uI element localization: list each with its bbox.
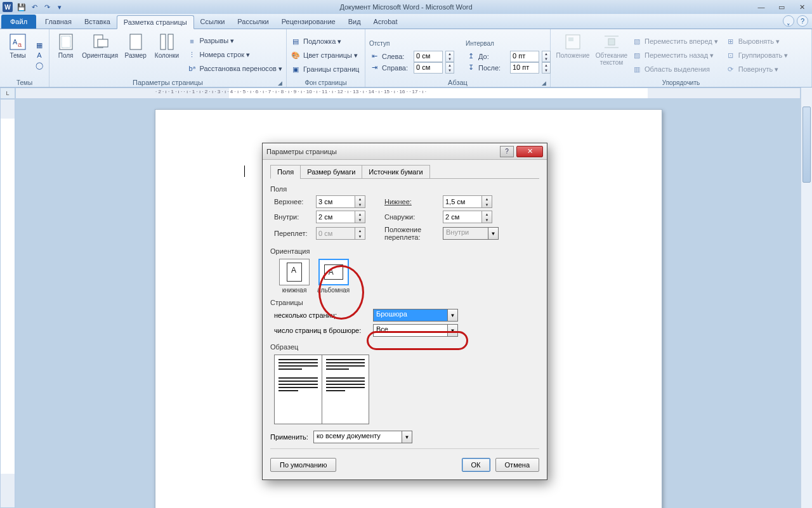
theme-effects-icon[interactable]: ◯ [34,60,44,70]
group-icon: ⊡ [726,50,736,60]
send-backward-button[interactable]: ▨Переместить назад ▾ [632,48,718,62]
space-after-icon: ↧ [466,63,476,73]
orientation-landscape[interactable]: альбомная [317,259,350,294]
multiple-pages-dropdown-icon[interactable]: ▼ [448,309,458,322]
indent-left-spinner[interactable]: ▲▼ [445,51,454,62]
page-borders-button[interactable]: ▣Границы страниц [291,62,359,76]
space-before-input[interactable]: 0 пт [510,51,539,62]
space-after-input[interactable]: 10 пт [510,62,539,74]
orientation-button[interactable]: Ориентация [81,32,119,78]
watermark-icon: ▤ [291,36,301,46]
selection-pane-button[interactable]: ▥Область выделения [632,62,718,76]
paragraph-launcher-icon[interactable]: ◢ [542,80,546,86]
breaks-button[interactable]: ≡Разрывы ▾ [187,34,282,48]
page-setup-launcher-icon[interactable]: ◢ [278,80,282,86]
borders-icon: ▣ [291,64,301,74]
inside-margin-input[interactable] [316,211,355,223]
undo-icon[interactable]: ↶ [29,2,39,12]
apply-to-dropdown-icon[interactable]: ▼ [402,431,412,443]
align-icon: ⊞ [726,36,736,46]
dialog-tab-paper[interactable]: Размер бумаги [300,165,362,179]
save-icon[interactable]: 💾 [16,2,27,12]
cancel-button[interactable]: Отмена [495,458,539,472]
sheets-per-booklet-select[interactable]: Все [373,324,448,337]
top-margin-input[interactable] [316,195,355,208]
sheets-per-booklet-dropdown-icon[interactable]: ▼ [448,324,458,337]
quick-access-toolbar: 💾 ↶ ↷ ▾ [16,2,65,12]
top-margin-spinner[interactable]: ▲▼ [355,195,365,208]
multiple-pages-select[interactable]: Брошюра [373,309,448,322]
rotate-button[interactable]: ⟳Повернуть ▾ [726,62,789,76]
tab-insert[interactable]: Вставка [78,15,117,29]
dialog-tab-source[interactable]: Источник бумаги [362,165,429,179]
ok-button[interactable]: ОК [462,458,490,472]
dialog-tab-margins[interactable]: Поля [270,165,301,179]
dialog-titlebar[interactable]: Параметры страницы ? ✕ [263,143,547,160]
line-numbers-button[interactable]: ⋮Номера строк ▾ [187,48,282,62]
bring-forward-icon: ▧ [632,36,642,46]
minimize-ribbon-icon[interactable]: ˬ [783,15,794,27]
inside-margin-spinner[interactable]: ▲▼ [355,211,365,223]
orientation-portrait[interactable]: книжная [279,259,310,294]
indent-header: Отступ [369,37,454,51]
redo-icon[interactable]: ↷ [42,2,52,12]
align-button[interactable]: ⊞Выровнять ▾ [726,34,789,48]
vertical-ruler[interactable] [0,99,15,508]
group-button[interactable]: ⊡Группировать ▾ [726,48,789,62]
group-page-setup-title: Параметры страницы◢ [53,78,282,87]
bottom-margin-input[interactable] [443,195,482,208]
space-after-spinner[interactable]: ▲▼ [542,62,551,74]
vertical-scrollbar[interactable] [801,88,812,508]
help-icon[interactable]: ? [797,15,808,27]
minimize-icon[interactable]: — [754,3,769,11]
space-before-spinner[interactable]: ▲▼ [542,51,551,62]
outside-margin-input[interactable] [443,211,482,223]
close-icon[interactable]: ✕ [794,3,809,11]
tab-references[interactable]: Ссылки [194,15,232,29]
scrollbar-thumb[interactable] [802,107,811,183]
theme-colors-icon[interactable]: ▦ [34,40,44,50]
tab-home[interactable]: Главная [39,15,78,29]
apply-to-label: Применить: [270,433,308,441]
landscape-icon [318,259,349,285]
position-button[interactable]: Положение [554,32,591,79]
pages-section-label: Страницы [270,299,539,306]
maximize-icon[interactable]: ▭ [774,3,789,11]
svg-text:A: A [13,38,18,46]
tab-acrobat[interactable]: Acrobat [367,15,404,29]
apply-to-select[interactable]: ко всему документу [313,431,402,443]
default-button[interactable]: По умолчанию [270,458,336,472]
group-page-bg-title: Фон страницы [291,79,361,87]
dialog-close-icon[interactable]: ✕ [516,146,543,157]
group-arrange-title: Упорядочить [554,79,808,87]
indent-right-icon: ⇥ [369,63,379,73]
hyphenation-icon: bᵃ [187,64,197,74]
horizontal-ruler[interactable]: · 2 · ı · 1 · ı · · ı · 1 · ı · 2 · ı · … [15,88,801,99]
margins-button[interactable]: Поля [53,32,78,78]
tab-file[interactable]: Файл [1,15,36,29]
size-button[interactable]: Размер [122,32,149,78]
tab-view[interactable]: Вид [342,15,367,29]
send-backward-icon: ▨ [632,50,642,60]
tab-mailings[interactable]: Рассылки [231,15,275,29]
bring-forward-button[interactable]: ▧Переместить вперед ▾ [632,34,718,48]
group-paragraph-title: Абзац◢ [369,78,546,87]
dialog-help-icon[interactable]: ? [500,146,514,157]
bottom-margin-spinner[interactable]: ▲▼ [482,195,492,208]
outside-margin-spinner[interactable]: ▲▼ [482,211,492,223]
dialog-tabs: Поля Размер бумаги Источник бумаги [270,165,539,179]
theme-fonts-icon[interactable]: A [34,50,44,60]
ruler-corner: L [0,88,15,99]
page-color-button[interactable]: 🎨Цвет страницы ▾ [291,48,359,62]
tab-page-layout[interactable]: Разметка страницы [117,15,194,29]
tab-review[interactable]: Рецензирование [275,15,342,29]
indent-right-input[interactable]: 0 см [414,62,443,74]
themes-button[interactable]: Aa Темы [4,32,32,79]
indent-left-input[interactable]: 0 см [414,51,443,62]
wrap-button[interactable]: Обтекание текстом [594,32,629,79]
qat-more-icon[interactable]: ▾ [55,2,65,12]
indent-right-spinner[interactable]: ▲▼ [445,62,454,74]
columns-button[interactable]: Колонки [152,32,181,78]
hyphenation-button[interactable]: bᵃРасстановка переносов ▾ [187,62,282,76]
watermark-button[interactable]: ▤Подложка ▾ [291,34,359,48]
